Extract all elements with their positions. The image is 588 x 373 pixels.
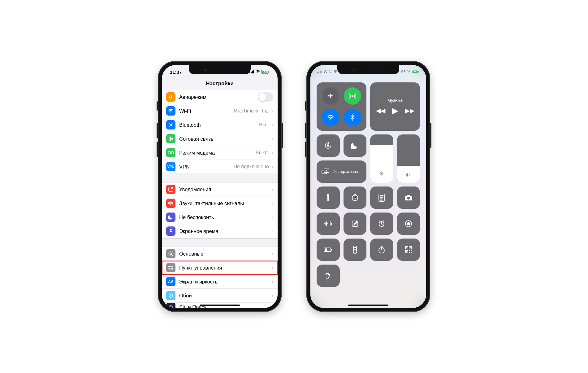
chevron-icon: › — [271, 200, 273, 207]
wifi-button[interactable] — [322, 109, 339, 126]
screen-record-button[interactable] — [397, 213, 420, 235]
row-label: Авиарежим — [179, 94, 258, 100]
svg-rect-2 — [269, 71, 269, 73]
play-icon[interactable]: ▶ — [392, 106, 398, 116]
vpn-icon: VPN — [166, 162, 175, 171]
chevron-icon: › — [271, 228, 273, 235]
timer-button[interactable] — [344, 186, 367, 209]
next-track-icon[interactable]: ▶▶ — [405, 107, 414, 114]
svg-rect-8 — [168, 266, 171, 267]
music-tile[interactable]: Музыка ◀◀ ▶ ▶▶ — [370, 82, 420, 131]
svg-rect-61 — [411, 252, 412, 253]
svg-point-48 — [355, 249, 356, 250]
row-value: Вкл. — [259, 122, 269, 128]
home-indicator[interactable] — [200, 305, 240, 306]
notes-button[interactable] — [344, 213, 367, 235]
svg-point-27 — [380, 197, 381, 198]
tv-remote-button[interactable] — [344, 239, 367, 261]
low-power-button[interactable] — [317, 239, 340, 261]
volume-icon — [405, 172, 412, 177]
screen-mirroring-button[interactable]: Повтор экрана — [317, 160, 366, 183]
screen-mirroring-label: Повтор экрана — [333, 169, 358, 174]
wifi-icon — [333, 70, 338, 73]
airplane-button[interactable]: ✈ — [322, 87, 339, 105]
row-label: VPN — [179, 164, 233, 170]
volume-slider[interactable] — [397, 134, 420, 183]
svg-point-4 — [171, 151, 174, 154]
svg-point-7 — [170, 253, 172, 255]
group-separator — [162, 238, 278, 247]
row-label: Сотовая связь — [179, 136, 269, 142]
phone-frame-control-center: WIN ⏰ ➤ 96 % ✈ — [306, 61, 430, 312]
row-notifications[interactable]: Уведомления › — [162, 182, 278, 196]
chevron-icon: › — [271, 251, 273, 257]
calculator-button[interactable] — [370, 186, 393, 209]
row-display[interactable]: AA Экран и яркость › — [162, 275, 278, 289]
screen-mirroring-icon — [322, 169, 330, 175]
svg-rect-43 — [331, 249, 332, 251]
brightness-slider[interactable]: ☀ — [370, 134, 393, 183]
svg-point-28 — [381, 197, 382, 198]
camera-button[interactable] — [397, 186, 420, 209]
svg-rect-60 — [409, 252, 410, 253]
svg-rect-18 — [418, 71, 419, 72]
svg-rect-58 — [409, 250, 410, 251]
wifi-icon — [255, 70, 260, 74]
row-wifi[interactable]: Wi-Fi MacTime 5 ГГц. › — [162, 104, 278, 118]
bluetooth-button[interactable] — [344, 109, 361, 126]
qr-code-button[interactable] — [397, 239, 420, 261]
voice-memos-button[interactable] — [317, 213, 340, 235]
row-value: MacTime 5 ГГц. — [234, 108, 269, 114]
cellular-button[interactable] — [344, 87, 361, 105]
battery-icon — [262, 70, 270, 74]
sounds-icon — [166, 199, 175, 208]
prev-track-icon[interactable]: ◀◀ — [376, 107, 385, 114]
row-sounds[interactable]: Звуки, тактильные сигналы › — [162, 196, 278, 210]
chevron-icon: › — [271, 122, 273, 128]
chevron-icon: › — [271, 279, 273, 285]
row-value: Не подключено — [233, 164, 269, 169]
siri-icon — [166, 303, 175, 308]
svg-rect-20 — [327, 145, 329, 147]
row-dnd[interactable]: Не беспокоить › — [162, 210, 278, 224]
chevron-icon: › — [271, 292, 273, 299]
row-vpn[interactable]: VPN VPN Не подключено › — [162, 160, 278, 174]
chevron-icon: › — [271, 214, 273, 221]
row-cellular[interactable]: Сотовая связь › — [162, 132, 278, 146]
row-hotspot[interactable]: Режим модема Выкл. › — [162, 146, 278, 160]
row-general[interactable]: Основные › — [162, 247, 278, 261]
flashlight-button[interactable] — [317, 186, 340, 209]
row-airplane[interactable]: ✈ Авиарежим — [162, 90, 278, 104]
svg-rect-23 — [328, 197, 328, 198]
row-label: Bluetooth — [179, 122, 259, 128]
svg-point-41 — [407, 222, 410, 225]
row-bluetooth[interactable]: Bluetooth Вкл. › — [162, 118, 278, 132]
row-control-center[interactable]: Пункт управления › — [162, 261, 278, 275]
row-wallpaper[interactable]: Обои › — [162, 289, 278, 303]
airplane-icon: ✈ — [166, 92, 175, 102]
svg-point-31 — [381, 199, 382, 200]
row-screentime[interactable]: Экранное время › — [162, 224, 278, 238]
dnd-button[interactable] — [344, 134, 367, 157]
brightness-icon: ☀ — [379, 170, 384, 177]
chevron-icon: › — [271, 164, 273, 170]
orientation-lock-button[interactable] — [317, 134, 340, 157]
stopwatch-button[interactable] — [370, 239, 393, 261]
wallpaper-icon — [166, 291, 175, 300]
svg-point-33 — [380, 200, 381, 201]
chevron-icon: › — [271, 265, 273, 271]
home-indicator[interactable] — [348, 305, 388, 306]
notch — [189, 65, 251, 74]
svg-point-10 — [169, 268, 170, 270]
svg-rect-26 — [380, 195, 383, 196]
row-label: Пункт управления — [179, 265, 269, 271]
airplane-toggle[interactable] — [258, 92, 273, 102]
alarm-button[interactable] — [370, 213, 393, 235]
svg-point-29 — [383, 197, 383, 198]
svg-point-15 — [170, 306, 172, 308]
music-label: Музыка — [387, 98, 403, 103]
hearing-button[interactable] — [317, 265, 340, 287]
svg-point-9 — [171, 266, 173, 267]
notch — [337, 65, 399, 74]
row-label: Экранное время — [179, 228, 269, 234]
